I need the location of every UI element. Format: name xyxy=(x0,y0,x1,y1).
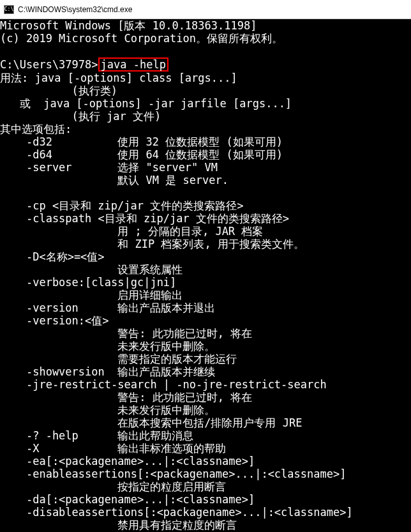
terminal-line: 其中选项包括: xyxy=(0,123,71,135)
terminal-line: 或 java [-options] -jar jarfile [args...] xyxy=(0,97,292,110)
terminal-line: 按指定的粒度启用断言 xyxy=(0,480,226,493)
window-titlebar: C:\ C:\WINDOWS\system32\cmd.exe xyxy=(0,0,411,19)
terminal-line: -verbose:[class|gc|jni] xyxy=(0,276,176,289)
terminal-line: 设置系统属性 xyxy=(0,263,183,276)
terminal-line: Microsoft Windows [版本 10.0.18363.1198] xyxy=(0,19,257,32)
terminal-line: -classpath <目录和 zip/jar 文件的类搜索路径> xyxy=(0,212,289,225)
terminal-line: -da[:<packagename>...|:<classname>] xyxy=(0,493,255,506)
terminal-line: -jre-restrict-search | -no-jre-restrict-… xyxy=(0,378,327,391)
terminal-line: -? -help 输出此帮助消息 xyxy=(0,429,193,442)
terminal-line: -X 输出非标准选项的帮助 xyxy=(0,442,226,455)
terminal-line: 未来发行版中删除。 xyxy=(0,404,215,416)
terminal-line: 启用详细输出 xyxy=(0,289,183,301)
terminal-line: -server 选择 "server" VM xyxy=(0,161,218,174)
prompt-path: C:\Users\37978> xyxy=(0,58,98,71)
highlighted-command: java -help xyxy=(98,57,168,72)
terminal-output[interactable]: Microsoft Windows [版本 10.0.18363.1198] (… xyxy=(0,19,411,532)
terminal-line: 和 ZIP 档案列表, 用于搜索类文件。 xyxy=(0,238,304,250)
terminal-line: 警告: 此功能已过时, 将在 xyxy=(0,391,252,404)
terminal-line: -version 输出产品版本并退出 xyxy=(0,301,215,314)
terminal-line: 需要指定的版本才能运行 xyxy=(0,353,237,365)
terminal-line: 用 ; 分隔的目录, JAR 档案 xyxy=(0,225,263,238)
terminal-line: -d64 使用 64 位数据模型 (如果可用) xyxy=(0,148,283,161)
terminal-line: -disableassertions[:<packagename>...|:<c… xyxy=(0,506,353,519)
terminal-line: -showversion 输出产品版本并继续 xyxy=(0,365,215,378)
terminal-line: -enableassertions[:<packagename>...|:<cl… xyxy=(0,467,346,480)
terminal-line: -cp <目录和 zip/jar 文件的类搜索路径> xyxy=(0,199,243,212)
terminal-line: -D<名称>=<值> xyxy=(0,250,105,263)
terminal-line: -d32 使用 32 位数据模型 (如果可用) xyxy=(0,135,283,148)
terminal-line: 用法: java [-options] class [args...] xyxy=(0,72,237,84)
terminal-line: 警告: 此功能已过时, 将在 xyxy=(0,327,252,340)
terminal-line: 在版本搜索中包括/排除用户专用 JRE xyxy=(0,416,302,429)
cmd-icon: C:\ xyxy=(4,5,14,14)
terminal-line: 未来发行版中删除。 xyxy=(0,340,215,353)
terminal-line: 禁用具有指定粒度的断言 xyxy=(0,519,237,531)
terminal-line: -version:<值> xyxy=(0,314,109,327)
command-text: java -help xyxy=(101,58,166,71)
window-title: C:\WINDOWS\system32\cmd.exe xyxy=(18,5,132,14)
terminal-line: (执行 jar 文件) xyxy=(0,110,161,123)
terminal-line: (c) 2019 Microsoft Corporation。保留所有权利。 xyxy=(0,32,283,45)
terminal-line: -ea[:<packagename>...|:<classname>] xyxy=(0,455,255,467)
terminal-line: (执行类) xyxy=(0,84,117,97)
terminal-line: 默认 VM 是 server. xyxy=(0,174,228,186)
